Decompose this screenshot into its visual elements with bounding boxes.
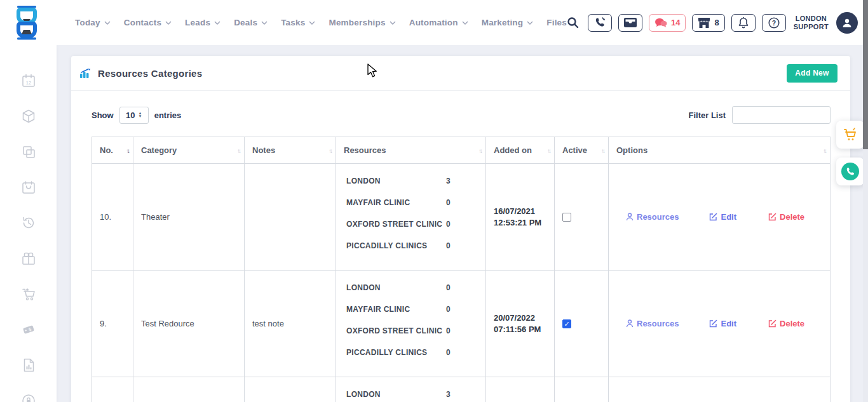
table-controls: Show 10 ▲▼ entries Filter List <box>92 106 831 124</box>
edit-link[interactable]: Edit <box>709 212 736 222</box>
add-new-button[interactable]: Add New <box>787 64 837 83</box>
user-avatar[interactable] <box>836 12 858 34</box>
floating-phone-button[interactable] <box>836 157 864 185</box>
filter-input[interactable] <box>732 106 831 124</box>
topbar-actions: 14 8 ? LONDON SUPPORT <box>567 12 858 34</box>
user-name-line1: LONDON <box>794 15 829 23</box>
nav-item-marketing[interactable]: Marketing <box>482 18 534 27</box>
header-notes[interactable]: Notes↑↓ <box>245 137 336 164</box>
active-checkbox[interactable] <box>562 213 571 222</box>
table-row: LONDON3 MAYFAIR CLINIC0 <box>92 377 831 402</box>
resource-line: OXFORD STREET CLINIC0 <box>346 218 451 231</box>
scrollbar-thumb[interactable] <box>863 0 868 149</box>
chat-count-badge: 14 <box>671 18 680 27</box>
main-nav: Today Contacts Leads Deals Tasks Members… <box>75 18 567 27</box>
notifications-button[interactable] <box>731 14 756 32</box>
header-no[interactable]: No.↑↓ <box>92 137 133 164</box>
app-logo[interactable] <box>0 5 53 41</box>
person-icon <box>626 213 634 221</box>
nav-item-leads[interactable]: Leads <box>185 18 220 27</box>
copy-icon[interactable] <box>22 145 36 159</box>
cell-no <box>92 377 133 402</box>
page-size-select[interactable]: 10 ▲▼ <box>119 107 149 124</box>
entries-label: entries <box>154 111 182 120</box>
floating-cart-button[interactable] <box>836 121 864 149</box>
store-button[interactable]: 8 <box>692 14 724 32</box>
nav-item-today[interactable]: Today <box>75 18 111 27</box>
person-icon <box>626 319 634 328</box>
gift-icon[interactable] <box>22 251 36 265</box>
edit-link[interactable]: Edit <box>709 319 736 328</box>
resources-categories-card: Resources Categories Add New Show 10 ▲▼ … <box>71 56 850 402</box>
cell-no: 9. <box>92 271 133 377</box>
chevron-down-icon <box>309 21 315 25</box>
nav-item-deals[interactable]: Deals <box>234 18 268 27</box>
user-icon <box>841 17 853 29</box>
chevron-down-icon <box>214 21 220 25</box>
chevron-down-icon <box>462 21 468 25</box>
nav-item-files[interactable]: Files <box>546 18 567 27</box>
cart-icon <box>843 127 858 142</box>
show-entries-group: Show 10 ▲▼ entries <box>92 107 181 124</box>
resource-line: PICCADILLY CLINICS0 <box>346 239 451 252</box>
nav-label: Files <box>546 18 567 27</box>
nav-item-memberships[interactable]: Memberships <box>329 18 395 27</box>
package-icon[interactable] <box>22 109 36 123</box>
calendar-icon[interactable]: 12 <box>22 74 36 88</box>
header-category[interactable]: Category↑↓ <box>133 137 245 164</box>
search-button[interactable] <box>567 17 579 29</box>
chat-button[interactable]: 14 <box>649 14 686 32</box>
svg-text:?: ? <box>772 18 776 26</box>
resource-line: LONDON3 <box>346 175 451 187</box>
header-resources[interactable]: Resources↑↓ <box>336 137 486 164</box>
help-button[interactable]: ? <box>762 14 786 32</box>
inbox-button[interactable] <box>618 14 642 32</box>
cell-active: ✓ <box>555 271 609 377</box>
page-scrollbar[interactable] <box>863 0 868 402</box>
nav-label: Today <box>75 18 100 27</box>
phone-icon <box>595 17 606 28</box>
cell-options: Resources Edit Delete <box>609 271 831 377</box>
main-content: Resources Categories Add New Show 10 ▲▼ … <box>57 45 868 402</box>
cart-icon[interactable] <box>22 287 36 301</box>
header-added-on[interactable]: Added on↑↓ <box>486 137 555 164</box>
sort-icon: ↑↓ <box>601 147 604 154</box>
table-row: 9. Test Redource test note LONDON0 MAYFA… <box>92 271 831 377</box>
active-checkbox[interactable]: ✓ <box>562 319 571 328</box>
cell-resources: LONDON3 MAYFAIR CLINIC0 OXFORD STREET CL… <box>336 164 486 271</box>
resources-link[interactable]: Resources <box>626 319 679 328</box>
cell-options: Resources Edit Delete <box>609 164 831 271</box>
nav-label: Automation <box>409 18 458 27</box>
cell-resources: LONDON0 MAYFAIR CLINIC0 OXFORD STREET CL… <box>336 271 486 377</box>
resource-line: OXFORD STREET CLINIC0 <box>346 325 451 337</box>
history-icon[interactable] <box>22 216 36 230</box>
cell-category: Theater <box>133 164 245 271</box>
delete-link[interactable]: Delete <box>768 212 804 222</box>
report-icon[interactable] <box>22 358 36 372</box>
nav-item-contacts[interactable]: Contacts <box>124 18 172 27</box>
nav-item-tasks[interactable]: Tasks <box>281 18 315 27</box>
resource-line: MAYFAIR CLINIC0 <box>346 196 451 209</box>
sort-icon: ↑↓ <box>823 147 825 154</box>
header-active[interactable]: Active↑↓ <box>555 137 609 164</box>
resources-link[interactable]: Resources <box>626 212 679 222</box>
header-options[interactable]: Options↑↓ <box>609 137 831 164</box>
delete-link[interactable]: Delete <box>768 319 804 328</box>
card-header: Resources Categories Add New <box>71 56 850 91</box>
cell-options <box>609 377 831 402</box>
cell-notes <box>245 164 336 271</box>
filter-label: Filter List <box>688 111 726 120</box>
chevron-down-icon <box>390 21 396 25</box>
user-name: LONDON SUPPORT <box>794 15 829 31</box>
cell-added-on: 16/07/202112:53:21 PM <box>486 164 555 271</box>
bell-icon <box>738 17 749 29</box>
cell-category <box>133 377 245 402</box>
coupon-icon[interactable]: $ <box>22 323 36 337</box>
phone-button[interactable] <box>588 14 612 32</box>
bookings-icon[interactable] <box>22 180 36 194</box>
lock-icon[interactable] <box>22 394 36 402</box>
cell-notes <box>245 377 336 402</box>
table-row: 10. Theater LONDON3 MAYFAIR CLINIC0 OXFO… <box>92 164 831 271</box>
nav-label: Tasks <box>281 18 305 27</box>
nav-item-automation[interactable]: Automation <box>409 18 468 27</box>
